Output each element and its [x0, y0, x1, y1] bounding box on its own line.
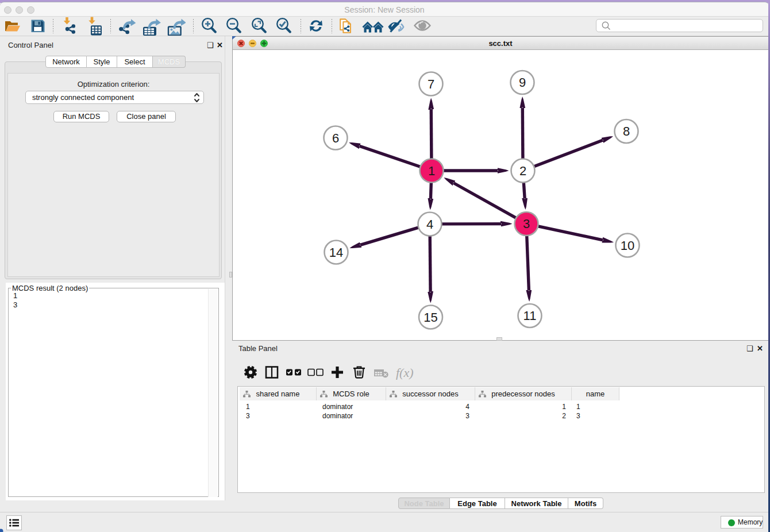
svg-text:4: 4 [426, 217, 433, 232]
svg-text:3: 3 [523, 217, 530, 231]
svg-text:11: 11 [523, 309, 537, 323]
svg-text:8: 8 [623, 124, 630, 138]
svg-text:14: 14 [329, 245, 343, 260]
svg-text:2: 2 [519, 164, 526, 178]
svg-text:6: 6 [332, 131, 339, 145]
svg-text:9: 9 [519, 75, 526, 90]
svg-text:7: 7 [428, 77, 434, 91]
svg-text:1: 1 [428, 164, 435, 178]
svg-text:f(x): f(x) [396, 365, 414, 380]
svg-text:10: 10 [621, 238, 634, 253]
svg-text:15: 15 [424, 310, 437, 325]
